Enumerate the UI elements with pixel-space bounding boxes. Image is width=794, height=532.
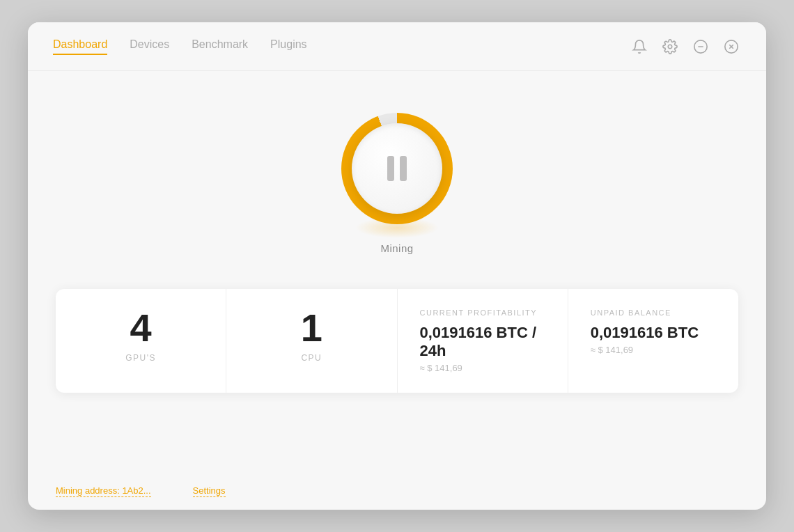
hint-address[interactable]: Mining address: 1Ab2... <box>56 485 151 497</box>
balance-usd: ≈ $ 141,69 <box>591 345 633 355</box>
main-content: Mining 4 GPU'S 1 CPU CURRENT PROFITABILI… <box>28 71 766 473</box>
svg-point-0 <box>668 45 672 49</box>
bell-icon[interactable] <box>630 37 649 56</box>
close-icon[interactable] <box>722 37 741 56</box>
mining-status-label: Mining <box>380 242 413 254</box>
nav-benchmark[interactable]: Benchmark <box>192 38 248 55</box>
cpu-count: 1 <box>301 308 322 347</box>
stat-card-balance: UNPAID BALANCE 0,0191616 BTC ≈ $ 141,69 <box>568 289 738 393</box>
stat-card-gpus: 4 GPU'S <box>56 289 226 393</box>
pause-bar-left <box>387 156 394 181</box>
profitability-usd: ≈ $ 141,69 <box>420 363 462 373</box>
balance-value: 0,0191616 BTC <box>591 324 699 342</box>
profitability-value: 0,0191616 BTC / 24h <box>420 324 545 360</box>
profitability-label: CURRENT PROFITABILITY <box>420 308 538 317</box>
nav-dashboard[interactable]: Dashboard <box>53 38 107 55</box>
nav-devices[interactable]: Devices <box>130 38 169 55</box>
app-header: Dashboard Devices Benchmark Plugins <box>28 22 766 71</box>
settings-icon[interactable] <box>660 37 680 56</box>
app-window: Dashboard Devices Benchmark Plugins <box>28 22 766 510</box>
stat-card-cpu: 1 CPU <box>226 289 397 393</box>
pause-icon <box>387 156 407 181</box>
stats-row: 4 GPU'S 1 CPU CURRENT PROFITABILITY 0,01… <box>56 289 738 393</box>
balance-label: UNPAID BALANCE <box>591 308 671 317</box>
bottom-hint-bar: Mining address: 1Ab2... Settings <box>28 473 766 510</box>
gpu-label: GPU'S <box>125 353 156 363</box>
header-actions <box>630 37 741 56</box>
stat-card-profitability: CURRENT PROFITABILITY 0,0191616 BTC / 24… <box>398 289 568 393</box>
mining-button-wrapper <box>341 113 453 224</box>
nav-plugins[interactable]: Plugins <box>270 38 306 55</box>
mining-area: Mining <box>341 113 453 254</box>
hint-settings[interactable]: Settings <box>193 485 226 497</box>
main-nav: Dashboard Devices Benchmark Plugins <box>53 38 307 55</box>
minimize-icon[interactable] <box>691 37 710 56</box>
pause-bar-right <box>400 156 407 181</box>
cpu-label: CPU <box>301 353 322 363</box>
gpu-count: 4 <box>130 308 152 347</box>
mining-glow <box>355 217 439 238</box>
mining-toggle-button[interactable] <box>341 113 453 224</box>
